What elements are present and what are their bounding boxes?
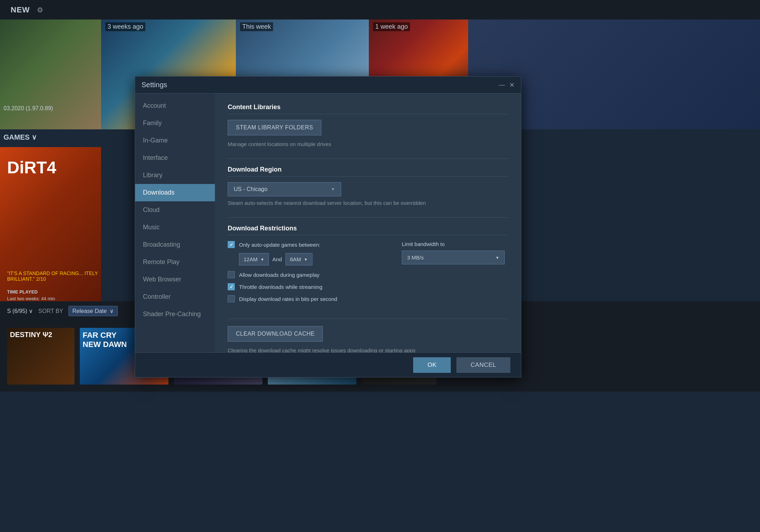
divider-2: [228, 217, 508, 218]
time-start-arrow: ▼: [260, 257, 264, 262]
settings-nav: Account Family In-Game Interface Library…: [135, 94, 215, 352]
nav-item-web-browser[interactable]: Web Browser: [135, 271, 215, 288]
cancel-button[interactable]: CANCEL: [456, 357, 510, 373]
nav-item-broadcasting[interactable]: Broadcasting: [135, 236, 215, 253]
region-select: US - Chicago ▼: [228, 182, 508, 196]
allow-downloads-label: Allow downloads during gameplay: [239, 272, 320, 278]
nav-item-in-game[interactable]: In-Game: [135, 132, 215, 149]
bandwidth-label: Limit bandwidth to: [402, 241, 508, 247]
bandwidth-arrow: ▼: [495, 256, 499, 260]
modal-overlay: Settings — ✕ Account Family In-Game Inte…: [0, 0, 760, 532]
settings-content: Content Libraries STEAM LIBRARY FOLDERS …: [215, 94, 521, 352]
auto-update-label: Only auto-update games between:: [239, 242, 320, 248]
region-section-header: Download Region: [228, 166, 508, 177]
nav-item-controller[interactable]: Controller: [135, 288, 215, 306]
time-start-value: 12AM: [244, 256, 257, 262]
auto-update-checkbox[interactable]: [228, 241, 235, 248]
bandwidth-col: Limit bandwidth to 3 MB/s ▼: [402, 241, 508, 264]
steam-library-folders-button[interactable]: STEAM LIBRARY FOLDERS: [228, 120, 321, 135]
display-bits-label: Display download rates in bits per secon…: [239, 296, 337, 302]
restriction-checkboxes: Only auto-update games between: 12AM ▼ A…: [228, 241, 381, 307]
settings-modal: Settings — ✕ Account Family In-Game Inte…: [135, 76, 521, 377]
download-region-section: Download Region US - Chicago ▼ Steam aut…: [228, 166, 508, 206]
clear-cache-desc: Clearing the download cache might resolv…: [228, 347, 508, 352]
nav-item-cloud[interactable]: Cloud: [135, 201, 215, 219]
restrictions-row: Only auto-update games between: 12AM ▼ A…: [228, 241, 508, 307]
libraries-section-header: Content Libraries: [228, 103, 508, 114]
minimize-icon[interactable]: —: [499, 81, 505, 89]
throttle-row: Throttle downloads while streaming: [228, 283, 381, 290]
region-dropdown-arrow: ▼: [331, 187, 335, 192]
throttle-checkbox[interactable]: [228, 283, 235, 290]
divider-3: [228, 319, 508, 319]
bandwidth-value: 3 MB/s: [407, 254, 424, 261]
region-desc: Steam auto-selects the nearest download …: [228, 200, 508, 206]
nav-item-remote-play[interactable]: Remote Play: [135, 253, 215, 271]
throttle-label: Throttle downloads while streaming: [239, 284, 322, 290]
time-end-select[interactable]: 6AM ▼: [285, 253, 312, 265]
clear-cache-section: CLEAR DOWNLOAD CACHE Clearing the downlo…: [228, 326, 508, 352]
modal-footer: OK CANCEL: [135, 352, 521, 377]
nav-item-family[interactable]: Family: [135, 114, 215, 132]
region-dropdown[interactable]: US - Chicago ▼: [228, 182, 341, 196]
restrictions-section-header: Download Restrictions: [228, 225, 508, 235]
content-libraries-section: Content Libraries STEAM LIBRARY FOLDERS …: [228, 103, 508, 147]
time-row: 12AM ▼ And 6AM ▼: [239, 253, 381, 265]
divider-1: [228, 158, 508, 159]
time-start-select[interactable]: 12AM ▼: [239, 253, 269, 265]
nav-item-library[interactable]: Library: [135, 167, 215, 184]
allow-downloads-checkbox[interactable]: [228, 271, 235, 278]
manage-locations-desc: Manage content locations on multiple dri…: [228, 141, 508, 147]
modal-title: Settings: [142, 81, 167, 89]
nav-item-music[interactable]: Music: [135, 219, 215, 236]
ok-button[interactable]: OK: [413, 357, 451, 373]
window-controls: — ✕: [499, 81, 515, 89]
clear-download-cache-button[interactable]: CLEAR DOWNLOAD CACHE: [228, 326, 323, 342]
nav-item-interface[interactable]: Interface: [135, 149, 215, 167]
steam-background: NEW ⚙ 03.2020 (1.97.0.89) 3 weeks ago Th…: [0, 0, 760, 532]
time-and-label: And: [272, 256, 282, 262]
modal-titlebar: Settings — ✕: [135, 77, 521, 94]
time-end-value: 6AM: [290, 256, 301, 262]
auto-update-row: Only auto-update games between:: [228, 241, 381, 248]
display-bits-checkbox[interactable]: [228, 295, 235, 302]
nav-item-downloads[interactable]: Downloads: [135, 184, 215, 201]
restrictions-section: Download Restrictions Only auto-update g…: [228, 225, 508, 307]
bandwidth-select[interactable]: 3 MB/s ▼: [402, 251, 505, 264]
allow-downloads-row: Allow downloads during gameplay: [228, 271, 381, 278]
region-value: US - Chicago: [234, 186, 267, 192]
modal-body: Account Family In-Game Interface Library…: [135, 94, 521, 352]
nav-item-shader-pre-caching[interactable]: Shader Pre-Caching: [135, 306, 215, 323]
display-bits-row: Display download rates in bits per secon…: [228, 295, 381, 302]
nav-item-account[interactable]: Account: [135, 97, 215, 114]
time-end-arrow: ▼: [304, 257, 308, 262]
close-icon[interactable]: ✕: [509, 81, 515, 89]
